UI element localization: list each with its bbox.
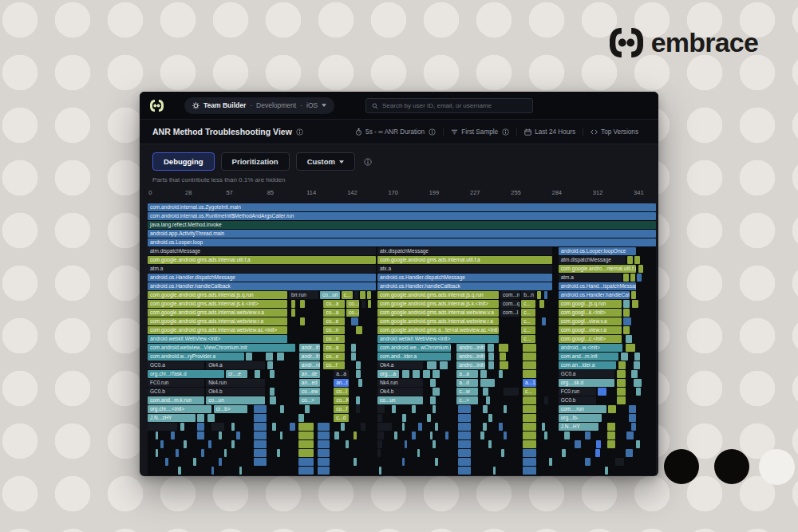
flame-segment[interactable] — [423, 370, 430, 378]
flame-segment[interactable] — [354, 458, 357, 466]
flame-segment[interactable] — [239, 467, 242, 475]
flame-segment[interactable] — [305, 405, 310, 413]
flame-segment[interactable]: J.N...zHY — [148, 414, 196, 422]
flame-segment[interactable]: android.os.Looper.loop — [148, 238, 656, 246]
flame-segment[interactable] — [501, 449, 504, 457]
flame-segment[interactable] — [523, 396, 536, 404]
workspace-selector[interactable]: Team Builder · Development · iOS — [184, 97, 334, 114]
flame-segment[interactable] — [351, 317, 358, 325]
flame-segment[interactable]: com....run — [559, 405, 606, 413]
flame-segment[interactable] — [427, 361, 436, 369]
flame-segment[interactable]: android.os.Handler.handleCallback — [377, 282, 552, 290]
flame-segment[interactable]: co...un — [320, 291, 340, 299]
flame-segment[interactable]: GC0.a — [148, 361, 204, 369]
flame-segment[interactable]: android.webkit.WebView.<init> — [148, 335, 287, 343]
flame-segment[interactable] — [417, 449, 421, 457]
flame-segment[interactable]: com.android.internal.os.RuntimeInit$Meth… — [148, 212, 656, 220]
flame-segment[interactable]: c... — [521, 317, 535, 325]
flame-segment[interactable] — [171, 432, 175, 439]
flame-segment[interactable] — [617, 396, 626, 404]
flame-segment[interactable]: co...l — [334, 388, 348, 396]
flame-segment[interactable] — [318, 467, 330, 475]
flame-segment[interactable] — [605, 467, 608, 475]
flame-segment[interactable] — [607, 423, 615, 431]
search-input[interactable] — [382, 102, 527, 109]
flame-segment[interactable] — [499, 370, 503, 378]
flame-segment[interactable] — [615, 458, 624, 466]
flame-segment[interactable] — [504, 388, 519, 396]
flame-segment[interactable] — [272, 423, 275, 431]
flame-segment[interactable] — [405, 440, 408, 448]
flame-segment[interactable] — [402, 458, 405, 466]
flame-segment[interactable] — [440, 361, 448, 369]
flame-segment[interactable] — [300, 317, 305, 325]
flame-segment[interactable] — [180, 423, 184, 431]
flame-segment[interactable] — [623, 317, 631, 325]
flame-segment[interactable] — [523, 458, 536, 466]
flame-segment[interactable] — [379, 467, 381, 475]
flame-segment[interactable] — [318, 440, 330, 448]
info-icon[interactable] — [364, 158, 372, 166]
flame-segment[interactable] — [488, 361, 495, 369]
flame-segment[interactable] — [156, 432, 159, 439]
flame-segment[interactable]: android.app.ActivityThread.main — [148, 230, 656, 238]
flame-segment[interactable] — [623, 326, 630, 334]
flame-segment[interactable] — [270, 388, 275, 396]
flame-segment[interactable]: andr...it> — [299, 353, 320, 361]
flame-segment[interactable] — [458, 432, 471, 439]
flame-segment[interactable] — [291, 300, 296, 308]
flame-segment[interactable] — [197, 423, 203, 431]
flame-segment[interactable]: atm.dispatchMessage — [559, 256, 626, 264]
flame-segment[interactable] — [626, 335, 632, 343]
flame-segment[interactable]: GC0.b — [559, 396, 597, 404]
flame-segment[interactable] — [377, 432, 384, 439]
filter-control-last-24-hours[interactable]: Last 24 Hours — [516, 128, 583, 136]
flame-segment[interactable] — [483, 405, 487, 413]
flame-segment[interactable] — [631, 291, 636, 299]
flame-segment[interactable]: com.google.android.gms.ads.internal.webv… — [377, 317, 499, 325]
flame-segment[interactable] — [435, 458, 438, 466]
flame-segment[interactable] — [291, 309, 296, 317]
flame-segment[interactable] — [356, 405, 359, 413]
flame-segment[interactable] — [298, 449, 313, 457]
flame-segment[interactable] — [626, 432, 634, 439]
flame-segment[interactable] — [354, 291, 359, 299]
flame-segment[interactable]: com.googl...c.<init> — [559, 335, 622, 343]
flame-segment[interactable] — [254, 432, 267, 439]
flame-segment[interactable] — [197, 432, 203, 439]
flame-segment[interactable]: c...> — [456, 396, 478, 404]
flame-segment[interactable] — [480, 432, 484, 439]
flame-segment[interactable] — [394, 432, 397, 439]
flame-segment[interactable] — [585, 432, 591, 439]
flame-segment[interactable]: co...un — [206, 396, 265, 404]
flame-segment[interactable] — [480, 370, 487, 378]
flame-segment[interactable] — [377, 405, 385, 413]
flame-segment[interactable] — [318, 423, 330, 431]
flame-segment[interactable]: com...l — [500, 309, 519, 317]
flame-segment[interactable] — [231, 423, 235, 431]
flame-segment[interactable]: c...w — [456, 388, 478, 396]
flame-segment[interactable] — [544, 432, 547, 439]
flame-segment[interactable] — [631, 370, 638, 378]
flame-segment[interactable]: Nk4.run — [377, 379, 423, 387]
flame-segment[interactable] — [356, 396, 360, 404]
flame-segment[interactable] — [621, 353, 628, 361]
flame-segment[interactable] — [165, 458, 168, 466]
flame-segment[interactable] — [184, 440, 187, 448]
flame-segment[interactable] — [618, 361, 626, 369]
flame-segment[interactable]: android.os.Handler.dispatchMessage — [148, 274, 376, 282]
flame-segment[interactable]: java.lang.reflect.Method.invoke — [148, 221, 656, 229]
flame-segment[interactable] — [433, 388, 440, 396]
flame-segment[interactable] — [197, 414, 204, 422]
flame-segment[interactable] — [523, 432, 536, 439]
flame-segment[interactable] — [523, 467, 536, 475]
flame-segment[interactable] — [412, 432, 415, 439]
flame-segment[interactable]: com.google.android.gms.ads.internal.js.q… — [377, 291, 499, 299]
flame-segment[interactable] — [488, 344, 494, 352]
flame-segment[interactable]: co...e — [346, 300, 359, 308]
flame-segment[interactable] — [433, 405, 436, 413]
flame-segment[interactable] — [630, 274, 635, 282]
flame-segment[interactable] — [254, 405, 267, 413]
flame-segment[interactable] — [290, 423, 294, 431]
flame-segment[interactable]: atm.a — [148, 265, 376, 273]
